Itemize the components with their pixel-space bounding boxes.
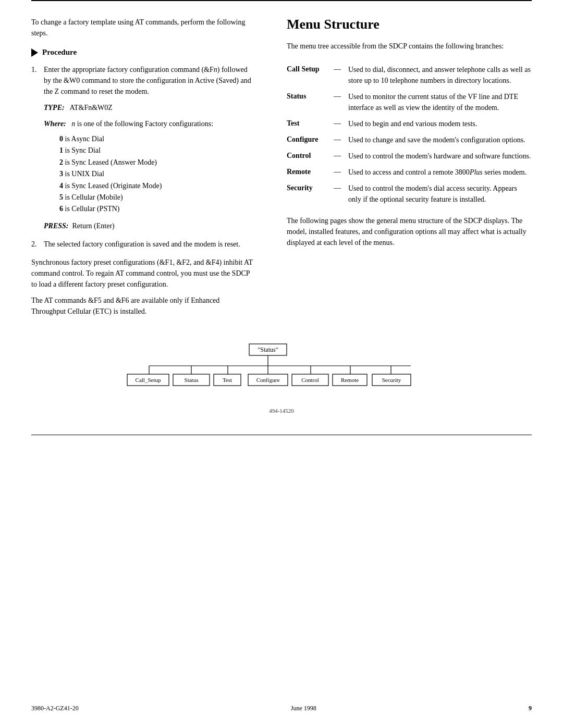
menu-entry-3: Configure—Used to change and save the mo… (287, 134, 532, 145)
menu-desc-5: Used to access and control a remote 3800… (348, 167, 532, 178)
menu-term-1: Status (287, 91, 334, 101)
menu-dash-3: — (334, 134, 348, 144)
intro-text: To change a factory template using AT co… (31, 17, 255, 39)
svg-text:Status: Status (185, 377, 199, 383)
svg-text:"Status": "Status" (258, 346, 278, 353)
svg-text:Security: Security (382, 377, 401, 383)
type-line: TYPE: AT&Fn&W0Z (44, 102, 255, 113)
menu-dash-4: — (334, 151, 348, 160)
svg-text:Control: Control (301, 377, 319, 383)
bottom-rule (31, 435, 532, 435)
where-label: Where: (44, 120, 66, 128)
menu-term-0: Call Setup (287, 64, 334, 73)
diagram-caption: 494-14520 (269, 408, 294, 414)
config-0: 0 is Async Dial (59, 133, 255, 145)
footer-left: 3980-A2-GZ41-20 (31, 705, 79, 712)
press-value: Return (Enter) (70, 222, 115, 230)
right-column: Menu Structure The menu tree accessible … (276, 17, 532, 317)
config-list: 0 is Async Dial 1 is Sync Dial 2 is Sync… (44, 133, 255, 215)
at-text: The AT commands &F5 and &F6 are availabl… (31, 295, 255, 317)
menu-intro: The menu tree accessible from the SDCP c… (287, 41, 532, 52)
sync-text: Synchronous factory preset configuration… (31, 257, 255, 290)
menu-term-3: Configure (287, 134, 334, 144)
menu-entry-0: Call Setup—Used to dial, disconnect, and… (287, 64, 532, 86)
config-4: 4 is Sync Leased (Originate Mode) (59, 180, 255, 192)
procedure-header: Procedure (31, 48, 255, 57)
footer-center: June 1998 (291, 705, 316, 712)
step-2-text: The selected factory configuration is sa… (44, 239, 255, 250)
config-3: 3 is UNIX Dial (59, 168, 255, 180)
triangle-icon (31, 48, 38, 57)
config-5: 5 is Cellular (Mobile) (59, 192, 255, 203)
menu-entry-4: Control—Used to control the modem's hard… (287, 151, 532, 162)
menu-desc-1: Used to monitor the current status of th… (348, 91, 532, 113)
menu-term-5: Remote (287, 167, 334, 176)
menu-desc-2: Used to begin and end various modem test… (348, 118, 532, 129)
type-value-text: AT&Fn&W0Z (69, 104, 112, 112)
menu-items-container: Call Setup—Used to dial, disconnect, and… (287, 64, 532, 205)
menu-dash-1: — (334, 91, 348, 101)
diagram-area: "Status" Call_Setup (31, 343, 532, 414)
where-text: n is one of the following Factory config… (68, 120, 213, 128)
step-2-num: 2. (31, 239, 40, 250)
config-1: 1 is Sync Dial (59, 145, 255, 156)
menu-entry-1: Status—Used to monitor the current statu… (287, 91, 532, 113)
following-text: The following pages show the general men… (287, 215, 532, 248)
menu-term-2: Test (287, 118, 334, 128)
menu-term-4: Control (287, 151, 334, 160)
press-label: PRESS: (44, 222, 68, 230)
content-area: To change a factory template using AT co… (0, 1, 563, 327)
section-title: Menu Structure (287, 17, 532, 32)
menu-dash-0: — (334, 64, 348, 73)
step-1-text: Enter the appropriate factory configurat… (44, 64, 255, 97)
svg-text:Test: Test (223, 377, 232, 383)
footer-right: 9 (529, 705, 532, 712)
menu-entry-2: Test—Used to begin and end various modem… (287, 118, 532, 129)
menu-desc-3: Used to change and save the modem's conf… (348, 134, 532, 145)
menu-desc-6: Used to control the modem's dial access … (348, 183, 532, 205)
config-2: 2 is Sync Leased (Answer Mode) (59, 157, 255, 168)
menu-desc-0: Used to dial, disconnect, and answer tel… (348, 64, 532, 86)
svg-text:Configure: Configure (256, 377, 280, 383)
menu-term-6: Security (287, 183, 334, 192)
config-6: 6 is Cellular (PSTN) (59, 203, 255, 215)
procedure-label: Procedure (42, 48, 77, 57)
menu-entry-6: Security—Used to control the modem's dia… (287, 183, 532, 205)
press-line: PRESS: Return (Enter) (44, 220, 255, 231)
svg-text:Remote: Remote (341, 377, 359, 383)
steps-list: 1. Enter the appropriate factory configu… (31, 64, 255, 250)
footer: 3980-A2-GZ41-20 June 1998 9 (31, 705, 532, 712)
diagram-svg: "Status" Call_Setup (125, 343, 438, 405)
menu-entry-5: Remote—Used to access and control a remo… (287, 167, 532, 178)
step-1: 1. Enter the appropriate factory configu… (31, 64, 255, 231)
step-1-content: Enter the appropriate factory configurat… (44, 64, 255, 231)
step-2-content: The selected factory configuration is sa… (44, 239, 255, 250)
where-section: Where: n is one of the following Factory… (44, 118, 255, 129)
menu-dash-5: — (334, 167, 348, 176)
svg-text:Call_Setup: Call_Setup (136, 377, 161, 383)
step-2: 2. The selected factory configuration is… (31, 239, 255, 250)
menu-dash-2: — (334, 118, 348, 128)
menu-desc-4: Used to control the modem's hardware and… (348, 151, 532, 162)
page: To change a factory template using AT co… (0, 0, 563, 728)
menu-dash-6: — (334, 183, 348, 192)
step-1-num: 1. (31, 64, 40, 231)
left-column: To change a factory template using AT co… (31, 17, 255, 317)
type-label: TYPE: (44, 104, 65, 112)
